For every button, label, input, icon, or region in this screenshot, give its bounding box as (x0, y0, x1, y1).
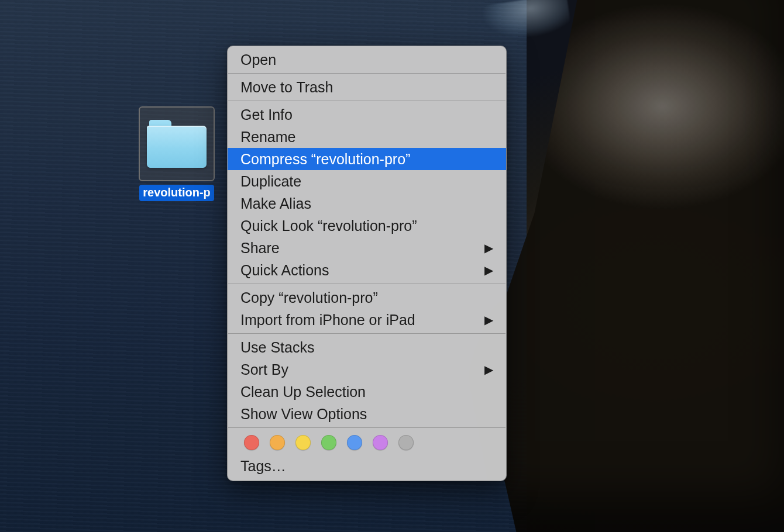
menu-item-label: Sort By (240, 362, 477, 377)
menu-item-share[interactable]: Share▶ (228, 237, 506, 259)
tag-dot-red[interactable] (244, 435, 259, 450)
menu-item-tags[interactable]: Tags… (228, 455, 506, 477)
menu-item-label: Share (240, 241, 477, 255)
menu-item-move-to-trash[interactable]: Move to Trash (228, 76, 506, 98)
menu-item-label: Use Stacks (240, 340, 493, 355)
menu-separator (228, 333, 506, 334)
menu-item-use-stacks[interactable]: Use Stacks (228, 336, 506, 358)
menu-item-label: Get Info (240, 108, 493, 122)
folder-selection-highlight (139, 106, 215, 181)
menu-item-label: Compress “revolution-pro” (240, 152, 493, 167)
tag-color-row (228, 430, 506, 455)
menu-item-label: Duplicate (240, 174, 493, 189)
menu-separator (228, 284, 506, 284)
tag-dot-green[interactable] (321, 435, 336, 450)
menu-item-sort-by[interactable]: Sort By▶ (228, 358, 506, 381)
menu-item-import-from-device[interactable]: Import from iPhone or iPad▶ (228, 309, 506, 331)
menu-item-label: Move to Trash (240, 80, 493, 95)
chevron-right-icon: ▶ (484, 364, 493, 375)
menu-item-label: Import from iPhone or iPad (240, 313, 477, 327)
menu-item-copy[interactable]: Copy “revolution-pro” (228, 286, 506, 309)
tag-dot-purple[interactable] (373, 435, 388, 450)
menu-separator (228, 101, 506, 101)
menu-item-clean-up-selection[interactable]: Clean Up Selection (228, 381, 506, 403)
menu-item-label: Show View Options (240, 407, 493, 422)
menu-item-label: Copy “revolution-pro” (240, 291, 493, 305)
chevron-right-icon: ▶ (484, 264, 493, 276)
menu-item-label: Quick Look “revolution-pro” (240, 219, 493, 233)
menu-item-duplicate[interactable]: Duplicate (228, 170, 506, 192)
menu-item-make-alias[interactable]: Make Alias (228, 192, 506, 215)
menu-separator (228, 427, 506, 428)
tag-dot-gray[interactable] (398, 435, 414, 450)
menu-item-show-view-options[interactable]: Show View Options (228, 403, 506, 425)
tag-dot-blue[interactable] (347, 435, 362, 450)
menu-item-label: Make Alias (240, 196, 493, 211)
menu-item-label: Quick Actions (240, 263, 477, 278)
chevron-right-icon: ▶ (484, 314, 493, 326)
menu-item-label: Open (240, 53, 493, 67)
menu-item-rename[interactable]: Rename (228, 126, 506, 148)
menu-item-get-info[interactable]: Get Info (228, 103, 506, 126)
folder-icon (147, 120, 207, 168)
context-menu: OpenMove to TrashGet InfoRenameCompress … (227, 46, 507, 481)
menu-item-label: Rename (240, 130, 493, 144)
desktop-folder-selected[interactable]: revolution-p (139, 106, 215, 203)
menu-item-label: Clean Up Selection (240, 385, 493, 399)
tag-dot-yellow[interactable] (295, 435, 311, 450)
folder-label: revolution-p (139, 185, 214, 201)
menu-item-quick-actions[interactable]: Quick Actions▶ (228, 259, 506, 281)
menu-separator (228, 73, 506, 74)
menu-item-compress[interactable]: Compress “revolution-pro” (228, 148, 506, 170)
menu-item-quick-look[interactable]: Quick Look “revolution-pro” (228, 215, 506, 237)
menu-item-open[interactable]: Open (228, 49, 506, 71)
chevron-right-icon: ▶ (484, 242, 493, 254)
menu-item-label: Tags… (240, 459, 493, 474)
tag-dot-orange[interactable] (270, 435, 285, 450)
